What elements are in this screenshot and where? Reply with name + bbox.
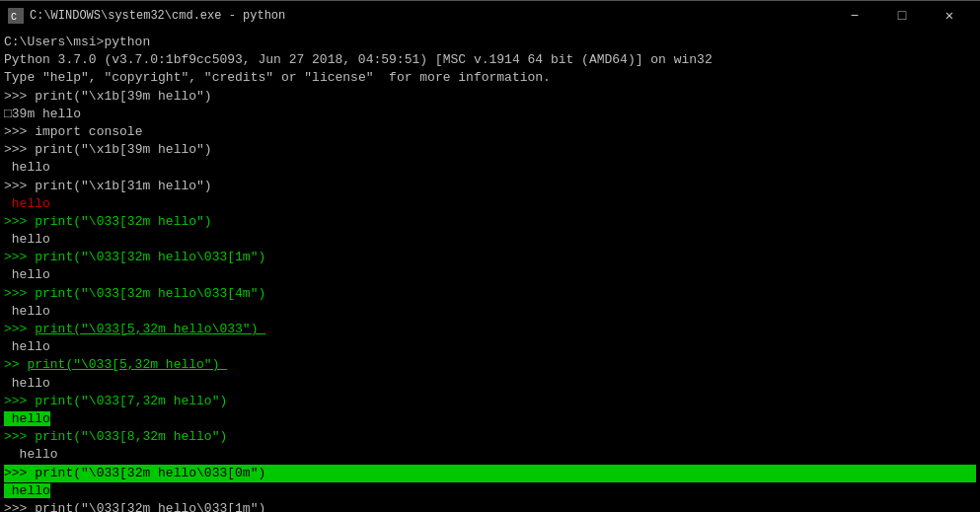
titlebar: C C:\WINDOWS\system32\cmd.exe - python −…: [0, 0, 980, 30]
terminal-line: >>> print("\033[32m hello\033[1m"): [4, 500, 976, 512]
terminal-line: >>> print("\033[32m hello\033[1m"): [4, 249, 976, 266]
terminal-line: hello: [4, 482, 976, 500]
window-title: C:\WINDOWS\system32\cmd.exe - python: [30, 9, 832, 23]
terminal-line: Python 3.7.0 (v3.7.0:1bf9cc5093, Jun 27 …: [4, 51, 976, 69]
terminal-line: >>> print("\033[32m hello\033[0m"): [4, 465, 976, 482]
terminal-line: Type "help", "copyright", "credits" or "…: [4, 69, 976, 87]
terminal-line: >>> import console: [4, 123, 976, 141]
terminal-line: hello: [4, 159, 976, 177]
help-text: "help": [42, 70, 89, 85]
terminal-line: >> print("\033[5,32m hello"): [4, 356, 976, 374]
terminal-line: hello: [4, 410, 976, 428]
terminal-line: >>> print("\033[5,32m hello\033"): [4, 321, 976, 338]
terminal-line: hello: [4, 195, 976, 213]
terminal-line: hello: [4, 303, 976, 321]
terminal-line: >>> print("\033[32m hello"): [4, 213, 976, 231]
restore-button[interactable]: □: [879, 1, 925, 31]
minimize-button[interactable]: −: [832, 1, 877, 31]
terminal-line: >>> print("\x1b[39m hello"): [4, 141, 976, 159]
terminal-line: hello: [4, 338, 976, 356]
terminal-line: >>> print("\x1b[31m hello"): [4, 178, 976, 195]
terminal-line: hello: [4, 375, 976, 393]
terminal-line: hello: [4, 231, 976, 249]
terminal-line: C:\Users\msi>python: [4, 34, 976, 51]
terminal-line: >>> print("\033[32m hello\033[4m"): [4, 285, 976, 303]
close-button[interactable]: ✕: [927, 1, 972, 31]
app-icon: C: [8, 8, 24, 24]
terminal-line: hello: [4, 446, 976, 464]
copyright-text: "copyright": [104, 70, 188, 85]
terminal-line: hello: [4, 266, 976, 284]
terminal-body[interactable]: C:\Users\msi>python Python 3.7.0 (v3.7.0…: [0, 30, 980, 512]
terminal-line: >>> print("\x1b[39m hello"): [4, 88, 976, 106]
svg-text:C: C: [11, 12, 17, 23]
terminal-line: □39m hello: [4, 106, 976, 123]
terminal-line: >>> print("\033[8,32m hello"): [4, 428, 976, 446]
terminal-line: >>> print("\033[7,32m hello"): [4, 393, 976, 410]
window-controls: − □ ✕: [832, 1, 972, 31]
